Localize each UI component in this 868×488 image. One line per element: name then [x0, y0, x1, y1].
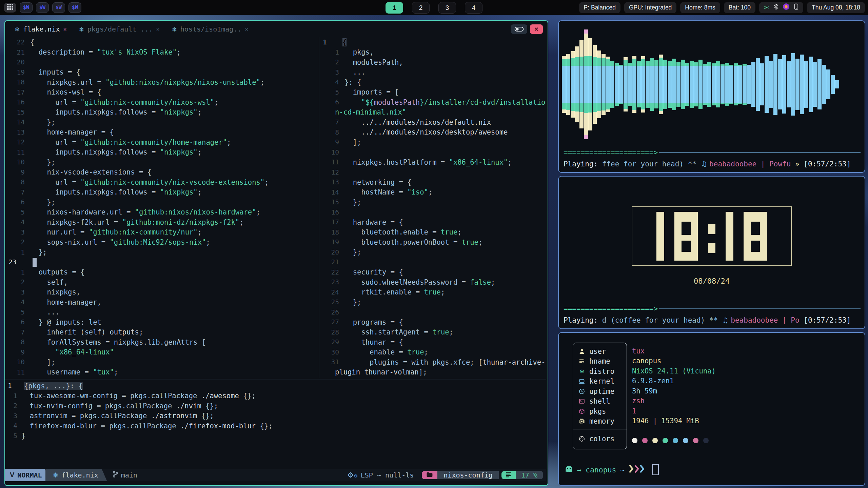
code-line: 19 inputs = { [5, 67, 319, 78]
code-line: 6 } @ inputs: let [5, 317, 319, 327]
nix-icon: ❄ [53, 471, 59, 479]
scissors-icon[interactable]: ✂ [764, 4, 769, 11]
code-line: 9 ]; [319, 137, 546, 147]
clock-digit [708, 212, 715, 261]
palette-dot [632, 438, 637, 443]
code-line: 20 [5, 57, 319, 67]
code-line: 20 }; [319, 247, 546, 258]
palette-dot [683, 438, 688, 443]
fetch-box: userhname❄distrokerneluptimeshellpkgsmem… [573, 343, 627, 449]
user-icon [578, 348, 585, 354]
terminal-cursor [652, 464, 659, 475]
line-number: 29 [319, 338, 344, 346]
workspace-button[interactable]: $W [20, 2, 33, 13]
fetch-label: memory [589, 417, 614, 425]
editor-tab[interactable]: ❄pkgs/default ...✕ [79, 25, 160, 33]
line-number: 1 [319, 48, 344, 56]
screen-tab-2[interactable]: 2 [412, 2, 430, 14]
line-number: 14 [319, 188, 344, 196]
bluetooth-icon[interactable] [774, 3, 778, 12]
code-line: 5 nixos-hardware.url = "github:nixos/nix… [5, 207, 319, 218]
line-number: 16 [319, 208, 344, 216]
close-button[interactable]: ✕ [530, 24, 543, 34]
line-number: 8 [5, 178, 30, 186]
workspace-button[interactable]: $W [68, 2, 81, 13]
launcher-button[interactable] [4, 3, 16, 13]
toggle-button[interactable] [511, 24, 527, 34]
pane-iso-host[interactable]: 1{1 pkgs,2 modulesPath,3 ...4}: {5 impor… [319, 37, 546, 378]
fetch-colors-section: colors [573, 429, 627, 449]
close-icon[interactable]: ✕ [63, 26, 66, 33]
gear-icon: ⚙⚙ [347, 471, 357, 479]
git-branch[interactable]: main [113, 469, 137, 481]
editor-tab[interactable]: ❄hosts/isoImag..✕ [172, 25, 249, 33]
chevron-icon [634, 465, 639, 474]
line-number: 8 [5, 338, 30, 346]
code-line: 8 url = "github:nix-community/nix-vscode… [5, 177, 319, 187]
pane-pkgs-default[interactable]: 1{pkgs, ...}: {1 tux-awesome-wm-config =… [5, 379, 546, 469]
fetch-row-memory: memory [573, 416, 627, 427]
line-number: 2 [5, 278, 30, 286]
line-number: 6 [319, 98, 344, 106]
line-number: 22 [319, 268, 344, 276]
line-number: 12 [5, 138, 30, 146]
screen-tab-4[interactable]: 4 [465, 2, 482, 14]
line-number: 24 [319, 288, 344, 296]
close-icon[interactable]: ✕ [245, 26, 248, 33]
workspace-button[interactable]: $W [36, 2, 49, 13]
palette-dot [703, 438, 709, 443]
visualizer-terminal[interactable]: =====================> Playing: ffee for… [558, 20, 865, 173]
topbar-clock: Thu Aug 08, 18:18 [812, 4, 860, 11]
mode-label: NORMAL [17, 471, 42, 479]
clock-terminal[interactable]: 08/08/24 =====================> Playing:… [558, 176, 865, 329]
code-line: 9 nix-vscode-extensions = { [5, 167, 319, 178]
now-playing: Playing: ffee for your head) ** ♫ beabad… [564, 160, 862, 168]
clock-digit [726, 212, 733, 261]
code-line: 9 "x86_64-linux" [5, 347, 319, 358]
code-line: 1{ [319, 37, 546, 47]
line-number: 19 [319, 238, 344, 246]
line-number: 9 [5, 168, 30, 176]
line-number: 2 [319, 58, 344, 66]
screen-tab-3[interactable]: 3 [438, 2, 456, 14]
clock-digit [744, 212, 767, 261]
tray-pill: ✂ [759, 2, 803, 13]
code-line: 13 networking = { [319, 177, 546, 187]
fetch-terminal[interactable]: userhname❄distrokerneluptimeshellpkgsmem… [558, 332, 865, 486]
line-number: 20 [319, 248, 344, 256]
line-number: 9 [5, 348, 30, 356]
phone-icon[interactable] [794, 3, 798, 12]
line-number: 5 [5, 208, 30, 216]
code-line: 3 astronvim = pkgs.callPackage ./astronv… [5, 411, 546, 421]
code-line: 18 bluetooth.enable = true; [319, 227, 546, 238]
fetch-row-user: user [573, 346, 627, 357]
clock-pill[interactable]: Thu Aug 08, 18:18 [807, 2, 865, 13]
fetch-value-shell: zsh [632, 396, 716, 406]
fetch-label: uptime [589, 387, 614, 395]
code-line: 21 [319, 257, 546, 267]
code-line: 4}: { [319, 77, 546, 87]
shell-prompt[interactable]: → canopus ~ [565, 464, 659, 475]
close-icon[interactable]: ✕ [156, 26, 159, 33]
line-number: 7 [5, 188, 30, 196]
code-line: 7 ../../modules/nixos/default.nix [319, 117, 546, 127]
line-number: 11 [5, 368, 30, 376]
project-folder-segment[interactable] [422, 471, 437, 479]
code-line: 24 rtkit.enable = true; [319, 287, 546, 298]
line-number: 28 [319, 328, 344, 336]
line-number: 7 [319, 118, 344, 126]
uptime-icon [578, 388, 585, 394]
code-line: 10 [319, 147, 546, 158]
pane-flake[interactable]: 22{21 description = "tux's NixOS Flake";… [5, 37, 319, 378]
workspace-button[interactable]: $W [52, 2, 65, 13]
code-line: 10 }; [5, 157, 319, 167]
lsp-label: LSP ~ null-ls [361, 471, 414, 479]
screen-tab-1[interactable]: 1 [386, 2, 403, 14]
audio-visualizer [560, 23, 863, 146]
flame-icon[interactable] [783, 3, 790, 12]
editor-tab[interactable]: ❄flake.nix✕ [15, 25, 67, 33]
code-line: 29 thunar = { [319, 337, 546, 347]
line-number: 15 [319, 198, 344, 206]
hostname-icon [578, 358, 585, 364]
code-line: plugin thunar-volman]; [319, 367, 546, 378]
